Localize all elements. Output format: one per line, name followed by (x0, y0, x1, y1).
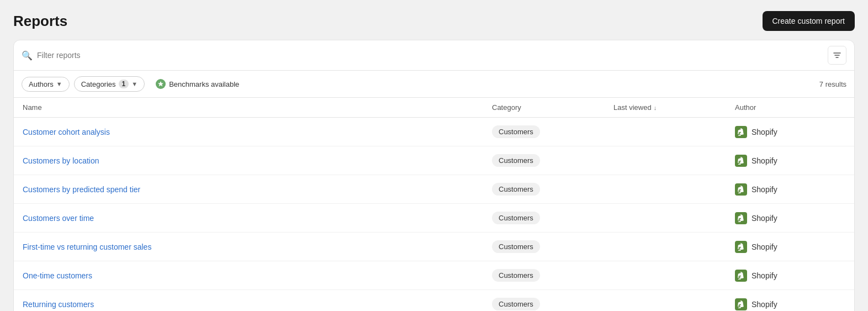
categories-filter-label: Categories (81, 80, 116, 88)
author-name: Shopify (751, 271, 777, 280)
shopify-icon (735, 126, 747, 138)
create-custom-report-button[interactable]: Create custom report (763, 11, 855, 31)
report-category-cell: Customers (492, 183, 613, 196)
table-row: Customers by predicted spend tier Custom… (14, 175, 854, 204)
report-author-cell: Shopify (735, 183, 845, 196)
categories-badge: 1 (119, 80, 129, 88)
report-category-cell: Customers (492, 154, 613, 167)
report-name-link[interactable]: Customers by location (23, 156, 99, 165)
category-badge: Customers (492, 240, 540, 253)
table-body: Customer cohort analysis Customers Shopi… (14, 118, 854, 311)
category-badge: Customers (492, 154, 540, 167)
search-icon: 🔍 (22, 50, 33, 61)
table-row: Customer cohort analysis Customers Shopi… (14, 118, 854, 146)
shopify-icon (735, 155, 747, 167)
report-name-link[interactable]: Customers by predicted spend tier (23, 185, 140, 194)
table-row: First-time vs returning customer sales C… (14, 233, 854, 261)
author-name: Shopify (751, 185, 777, 194)
report-name-cell: Customers by location (23, 156, 492, 166)
report-name-link[interactable]: Returning customers (23, 300, 94, 309)
table-row: Customers over time Customers Shopify (14, 204, 854, 233)
col-header-author: Author (735, 103, 845, 112)
report-name-link[interactable]: One-time customers (23, 271, 92, 280)
table-row: One-time customers Customers Shopify (14, 261, 854, 290)
report-category-cell: Customers (492, 298, 613, 310)
report-name-cell: Customers over time (23, 213, 492, 223)
report-name-link[interactable]: Customers over time (23, 214, 94, 223)
report-author-cell: Shopify (735, 270, 845, 282)
categories-filter[interactable]: Categories 1 ▼ (74, 76, 145, 92)
sort-button[interactable] (828, 46, 846, 65)
filters-row: Authors ▼ Categories 1 ▼ Benchmarks avai… (14, 71, 854, 98)
report-author-cell: Shopify (735, 212, 845, 224)
report-category-cell: Customers (492, 269, 613, 282)
authors-filter[interactable]: Authors ▼ (22, 77, 70, 92)
report-name-cell: One-time customers (23, 271, 492, 281)
report-name-cell: First-time vs returning customer sales (23, 242, 492, 252)
categories-chevron-icon: ▼ (131, 81, 137, 87)
shopify-icon (735, 183, 747, 196)
sort-icon (833, 51, 841, 60)
shopify-icon (735, 241, 747, 253)
table-header: Name Category Last viewed ↓ Author (14, 98, 854, 118)
report-author-cell: Shopify (735, 241, 845, 253)
author-name: Shopify (751, 243, 777, 251)
category-badge: Customers (492, 269, 540, 282)
author-name: Shopify (751, 156, 777, 165)
author-name: Shopify (751, 300, 777, 309)
table-row: Returning customers Customers Shopify (14, 290, 854, 311)
category-badge: Customers (492, 183, 540, 196)
search-bar: 🔍 (14, 40, 854, 71)
shopify-icon (735, 212, 747, 224)
search-input[interactable] (37, 51, 823, 60)
last-viewed-sort-icon: ↓ (654, 104, 657, 111)
category-badge: Customers (492, 298, 540, 310)
page-title: Reports (13, 13, 67, 30)
col-header-last-viewed[interactable]: Last viewed ↓ (613, 103, 735, 112)
results-count: 7 results (819, 80, 846, 88)
report-name-cell: Customers by predicted spend tier (23, 185, 492, 194)
report-category-cell: Customers (492, 240, 613, 253)
shopify-icon (735, 270, 747, 282)
report-name-cell: Returning customers (23, 299, 492, 309)
author-name: Shopify (751, 128, 777, 136)
report-author-cell: Shopify (735, 155, 845, 167)
benchmarks-chip[interactable]: Benchmarks available (149, 76, 246, 92)
report-name-cell: Customer cohort analysis (23, 127, 492, 137)
author-name: Shopify (751, 214, 777, 223)
report-category-cell: Customers (492, 125, 613, 138)
report-author-cell: Shopify (735, 126, 845, 138)
category-badge: Customers (492, 125, 540, 138)
category-badge: Customers (492, 212, 540, 224)
shopify-icon (735, 298, 747, 310)
report-name-link[interactable]: Customer cohort analysis (23, 128, 110, 136)
report-name-link[interactable]: First-time vs returning customer sales (23, 243, 151, 251)
benchmark-icon (156, 79, 166, 89)
table-row: Customers by location Customers Shopify (14, 146, 854, 175)
authors-chevron-icon: ▼ (56, 81, 62, 87)
benchmark-label: Benchmarks available (169, 80, 239, 88)
col-header-category: Category (492, 103, 613, 112)
page-header: Reports Create custom report (13, 11, 855, 31)
report-author-cell: Shopify (735, 298, 845, 310)
report-category-cell: Customers (492, 212, 613, 224)
authors-filter-label: Authors (29, 80, 54, 88)
col-header-name: Name (23, 103, 492, 112)
reports-card: 🔍 Authors ▼ Categories 1 ▼ Benchmarks av… (13, 40, 855, 311)
